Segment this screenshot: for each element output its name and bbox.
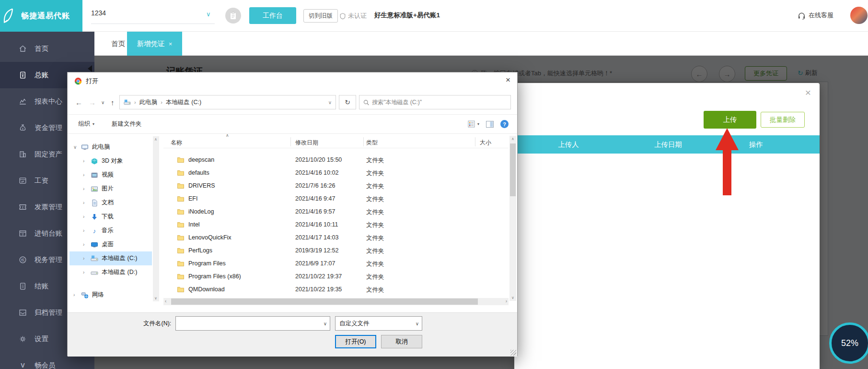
view-mode-button[interactable]: ▾ bbox=[468, 120, 479, 128]
column-name[interactable]: 名称 bbox=[171, 139, 182, 147]
tree-item[interactable]: › 3D 对象 bbox=[69, 154, 152, 168]
breadcrumb-root[interactable]: 此电脑 bbox=[139, 98, 158, 107]
tree-expander-icon[interactable]: › bbox=[83, 158, 91, 164]
help-icon[interactable]: ? bbox=[500, 120, 509, 128]
tree-expander-icon[interactable]: › bbox=[83, 228, 91, 233]
folder-icon bbox=[177, 247, 185, 254]
file-row[interactable]: iNodeLog 2021/4/16 9:57 文件夹 bbox=[163, 205, 509, 218]
breadcrumb[interactable]: › 此电脑 › 本地磁盘 (C:) ∨ bbox=[119, 95, 336, 109]
online-support[interactable]: 在线客服 bbox=[798, 11, 833, 20]
file-list-horizontal-scrollbar[interactable]: ‹ › bbox=[163, 298, 509, 305]
search-input[interactable] bbox=[372, 99, 507, 106]
dialog-title-bar[interactable]: 打开 × bbox=[68, 72, 517, 90]
tree-item[interactable]: › 下载 bbox=[69, 210, 152, 224]
tree-item[interactable]: › 网络 bbox=[69, 288, 152, 302]
scroll-up-icon[interactable]: ∧ bbox=[511, 137, 514, 141]
tree-expander-icon[interactable]: › bbox=[83, 172, 91, 178]
file-row[interactable]: deepscan 2021/10/20 15:50 文件夹 bbox=[163, 154, 509, 167]
tree-expander-icon[interactable]: › bbox=[73, 292, 81, 298]
file-type: 文件夹 bbox=[366, 273, 384, 281]
tree-item-label: 桌面 bbox=[102, 240, 114, 249]
account-select[interactable]: 1234 ∨ bbox=[91, 9, 215, 17]
tree-item[interactable]: › 本地磁盘 (D:) bbox=[69, 265, 152, 279]
file-row[interactable]: LenovoQuickFix 2021/4/17 14:03 文件夹 bbox=[163, 231, 509, 244]
breadcrumb-current[interactable]: 本地磁盘 (C:) bbox=[166, 98, 201, 107]
scroll-down-icon[interactable]: ∨ bbox=[511, 296, 514, 300]
file-row[interactable]: DRIVERS 2021/7/6 16:26 文件夹 bbox=[163, 179, 509, 192]
back-icon[interactable]: ← bbox=[75, 90, 82, 115]
scroll-down-icon[interactable]: ∨ bbox=[154, 296, 157, 300]
forward-icon[interactable]: → bbox=[89, 90, 96, 115]
column-size[interactable]: 大小 bbox=[480, 139, 491, 147]
tree-expander-icon[interactable]: › bbox=[83, 186, 91, 191]
clipboard-icon[interactable] bbox=[225, 8, 241, 24]
combo-dropdown-icon[interactable]: ∨ bbox=[324, 321, 327, 326]
breadcrumb-separator: › bbox=[161, 99, 162, 105]
resize-grip[interactable] bbox=[510, 350, 516, 356]
tree-item[interactable]: › 图片 bbox=[69, 182, 152, 196]
history-chevron-icon[interactable]: ∨ bbox=[101, 90, 104, 115]
dialog-close-icon[interactable]: × bbox=[506, 75, 510, 85]
upload-button[interactable]: 上传 bbox=[704, 111, 756, 129]
tree-item[interactable]: › 文档 bbox=[69, 196, 152, 210]
tree-item[interactable]: › 视频 bbox=[69, 168, 152, 182]
file-list-vertical-scrollbar[interactable]: ∧ ∨ bbox=[509, 136, 516, 301]
scroll-up-icon[interactable]: ∧ bbox=[154, 137, 157, 142]
tree-expander-icon[interactable]: › bbox=[83, 256, 91, 261]
up-icon[interactable]: ↑ bbox=[111, 90, 115, 115]
file-type: 文件夹 bbox=[366, 247, 384, 255]
tree-scrollbar[interactable]: ∧ ∨ bbox=[153, 136, 159, 301]
tab-close-icon[interactable]: × bbox=[169, 40, 173, 48]
tree-expander-icon[interactable]: ∨ bbox=[73, 144, 81, 150]
tree-expander-icon[interactable]: › bbox=[83, 200, 91, 205]
file-row[interactable]: PerfLogs 2019/3/19 12:52 文件夹 bbox=[163, 244, 509, 257]
filetype-select[interactable]: 自定义文件 ∨ bbox=[335, 316, 422, 331]
file-row[interactable]: Intel 2021/4/16 10:11 文件夹 bbox=[163, 218, 509, 231]
column-type[interactable]: 类型 bbox=[366, 139, 378, 147]
scroll-right-icon[interactable]: › bbox=[506, 298, 507, 304]
sidebar-item[interactable]: 首页 bbox=[0, 36, 94, 62]
tree-item[interactable]: › 桌面 bbox=[69, 238, 152, 251]
scrollbar-thumb[interactable] bbox=[171, 298, 478, 305]
search-box[interactable] bbox=[359, 95, 511, 109]
cancel-button[interactable]: 取消 bbox=[381, 335, 422, 348]
dropdown-caret-icon: ▾ bbox=[93, 122, 94, 126]
file-row[interactable]: Program Files (x86) 2021/10/22 19:37 文件夹 bbox=[163, 270, 509, 283]
file-row[interactable]: EFI 2021/4/16 9:47 文件夹 bbox=[163, 192, 509, 205]
tab-new-voucher[interactable]: 新增凭证 × bbox=[127, 32, 182, 56]
avatar[interactable] bbox=[850, 7, 868, 24]
sidebar-collapse-icon[interactable] bbox=[88, 65, 92, 72]
tab-label: 新增凭证 bbox=[137, 39, 165, 48]
tree-item[interactable]: ∨ 此电脑 bbox=[69, 140, 152, 154]
workbench-button[interactable]: 工作台 bbox=[249, 7, 296, 24]
batch-delete-button[interactable]: 批量删除 bbox=[761, 112, 805, 128]
tree-item[interactable]: › 本地磁盘 (C:) bbox=[69, 251, 152, 265]
file-row[interactable]: QMDownload 2021/10/22 19:35 文件夹 bbox=[163, 283, 509, 296]
new-folder-button[interactable]: 新建文件夹 bbox=[112, 120, 142, 128]
breadcrumb-dropdown-icon[interactable]: ∨ bbox=[328, 100, 332, 105]
scroll-left-icon[interactable]: ‹ bbox=[165, 298, 166, 304]
file-row[interactable]: Program Files 2021/6/9 17:07 文件夹 bbox=[163, 257, 509, 270]
open-button[interactable]: 打开(O) bbox=[335, 335, 376, 348]
cert-status: 未认证 bbox=[339, 12, 367, 20]
tree-item-label: 音乐 bbox=[102, 226, 114, 235]
folder-icon bbox=[177, 169, 185, 177]
tree-expander-icon[interactable]: › bbox=[83, 242, 91, 247]
chevron-down-icon[interactable]: ∨ bbox=[206, 11, 211, 18]
modal-close-icon[interactable]: × bbox=[805, 87, 811, 98]
organize-button[interactable]: 组织 ▾ bbox=[78, 120, 94, 128]
tree-expander-icon[interactable]: › bbox=[83, 214, 91, 219]
file-row[interactable]: defaults 2021/4/16 10:02 文件夹 bbox=[163, 167, 509, 179]
filename-input[interactable] bbox=[176, 320, 324, 327]
tree-expander-icon[interactable]: › bbox=[83, 270, 91, 275]
preview-pane-icon[interactable] bbox=[486, 121, 494, 128]
switch-old-version-button[interactable]: 切到旧版 bbox=[303, 9, 338, 23]
sidebar-item-icon bbox=[18, 44, 27, 53]
file-name: defaults bbox=[188, 169, 209, 176]
refresh-button[interactable]: ↻ bbox=[339, 95, 356, 109]
file-modified-date: 2021/10/22 19:35 bbox=[295, 286, 342, 293]
scrollbar-thumb[interactable] bbox=[510, 143, 516, 196]
file-type: 文件夹 bbox=[366, 286, 384, 294]
tree-item[interactable]: › 音乐 bbox=[69, 224, 152, 238]
column-modified[interactable]: 修改日期 bbox=[295, 139, 318, 147]
